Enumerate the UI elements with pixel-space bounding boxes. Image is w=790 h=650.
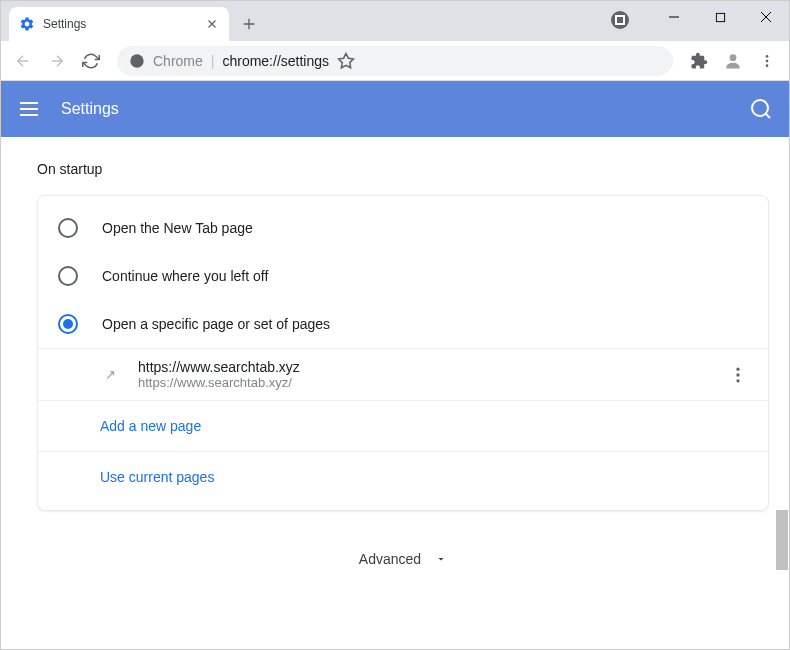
browser-toolbar: Chrome|chrome://settings [1, 41, 789, 81]
section-title: On startup [37, 161, 769, 177]
svg-point-4 [766, 59, 769, 62]
advanced-toggle[interactable]: Advanced [37, 511, 769, 567]
address-text: Chrome|chrome://settings [153, 53, 329, 69]
radio-label: Continue where you left off [102, 268, 268, 284]
reload-button[interactable] [77, 47, 105, 75]
browser-titlebar: Settings [1, 1, 789, 41]
radio-icon [58, 218, 78, 238]
browser-tab[interactable]: Settings [9, 7, 229, 41]
radio-newtab[interactable]: Open the New Tab page [38, 204, 768, 252]
gear-icon [19, 16, 35, 32]
settings-header: Settings [1, 81, 789, 137]
minimize-button[interactable] [651, 1, 697, 33]
bookmark-icon[interactable] [337, 52, 355, 70]
window-close-button[interactable] [743, 1, 789, 33]
more-icon[interactable] [728, 365, 748, 385]
add-page-link[interactable]: Add a new page [100, 418, 201, 434]
use-current-link[interactable]: Use current pages [100, 469, 214, 485]
radio-icon [58, 266, 78, 286]
forward-button[interactable] [43, 47, 71, 75]
page-entry-title: https://www.searchtab.xyz [138, 359, 710, 375]
svg-rect-0 [716, 13, 724, 21]
startup-card: Open the New Tab page Continue where you… [37, 195, 769, 511]
search-icon[interactable] [749, 97, 773, 121]
settings-content: 🔍prisk.com On startup Open the New Tab p… [1, 137, 789, 649]
svg-point-6 [752, 100, 768, 116]
chevron-down-icon [435, 553, 447, 565]
svg-point-8 [736, 373, 739, 376]
svg-point-3 [766, 55, 769, 58]
svg-point-2 [730, 54, 737, 61]
maximize-button[interactable] [697, 1, 743, 33]
media-indicator-icon[interactable] [611, 11, 629, 29]
extensions-icon[interactable] [685, 47, 713, 75]
page-entry-url: https://www.searchtab.xyz/ [138, 375, 710, 390]
radio-label: Open the New Tab page [102, 220, 253, 236]
svg-point-5 [766, 64, 769, 67]
scrollbar-thumb[interactable] [776, 510, 788, 570]
svg-point-7 [736, 367, 739, 370]
profile-icon[interactable] [719, 47, 747, 75]
radio-icon [58, 314, 78, 334]
svg-point-1 [130, 54, 143, 67]
address-bar[interactable]: Chrome|chrome://settings [117, 46, 673, 76]
page-title: Settings [61, 100, 729, 118]
radio-specific[interactable]: Open a specific page or set of pages [38, 300, 768, 348]
hamburger-icon[interactable] [17, 97, 41, 121]
add-page-row[interactable]: Add a new page [38, 400, 768, 451]
startup-page-entry: ↗ https://www.searchtab.xyz https://www.… [38, 348, 768, 400]
new-tab-button[interactable] [235, 10, 263, 38]
tab-title: Settings [43, 17, 197, 31]
svg-point-9 [736, 379, 739, 382]
radio-continue[interactable]: Continue where you left off [38, 252, 768, 300]
chrome-icon [129, 53, 145, 69]
close-icon[interactable] [205, 17, 219, 31]
menu-icon[interactable] [753, 47, 781, 75]
back-button[interactable] [9, 47, 37, 75]
use-current-row[interactable]: Use current pages [38, 451, 768, 502]
radio-label: Open a specific page or set of pages [102, 316, 330, 332]
page-favicon: ↗ [100, 365, 120, 385]
